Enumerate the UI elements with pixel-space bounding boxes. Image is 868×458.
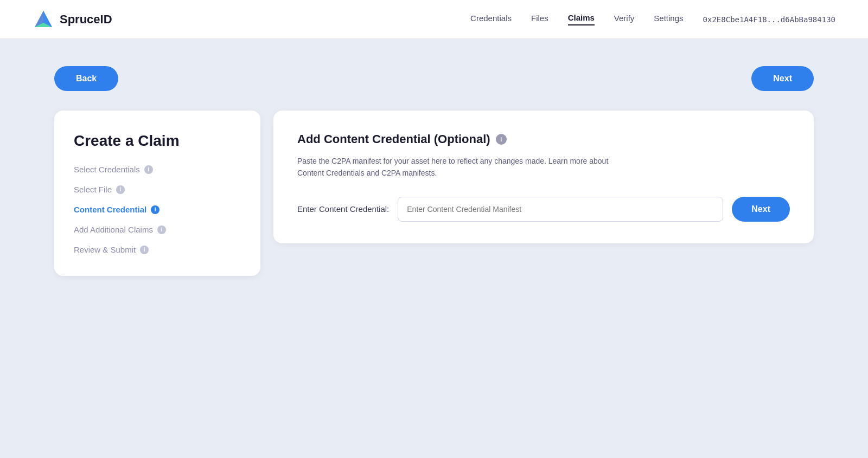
step-content-credential: Content Credential i <box>74 205 241 214</box>
step-label: Content Credential <box>74 205 146 214</box>
top-actions: Back Next <box>54 66 814 91</box>
nav-credentials[interactable]: Credentials <box>470 14 512 25</box>
info-icon-content-credential: i <box>151 205 159 214</box>
step-review-submit: Review & Submit i <box>74 245 241 254</box>
form-label: Enter Content Credential: <box>297 204 389 214</box>
main-nav: Credentials Files Claims Verify Settings… <box>470 13 835 25</box>
right-card-title-row: Add Content Credential (Optional) i <box>297 132 790 146</box>
info-icon-file: i <box>116 185 125 194</box>
logo: SpruceID <box>33 9 112 30</box>
right-card-title: Add Content Credential (Optional) <box>297 132 490 146</box>
info-icon-additional-claims: i <box>157 225 166 234</box>
step-label: Select File <box>74 185 112 194</box>
form-row: Enter Content Credential: Next <box>297 197 790 222</box>
logo-icon <box>33 9 54 30</box>
header: SpruceID Credentials Files Claims Verify… <box>0 0 868 39</box>
step-label: Select Credentials <box>74 165 140 174</box>
nav-files[interactable]: Files <box>531 14 548 25</box>
right-card: Add Content Credential (Optional) i Past… <box>273 111 814 243</box>
next-button-top[interactable]: Next <box>751 66 814 91</box>
step-add-additional-claims: Add Additional Claims i <box>74 225 241 234</box>
next-button-inline[interactable]: Next <box>732 197 790 222</box>
info-icon-review: i <box>140 246 149 254</box>
wallet-address: 0x2E8Cbe1A4F18...d6AbBa984130 <box>703 15 835 24</box>
step-list: Select Credentials i Select File i Conte… <box>74 165 241 254</box>
step-select-credentials: Select Credentials i <box>74 165 241 174</box>
step-label: Review & Submit <box>74 245 136 254</box>
cards-row: Create a Claim Select Credentials i Sele… <box>54 111 814 276</box>
nav-claims[interactable]: Claims <box>568 13 595 25</box>
back-button[interactable]: Back <box>54 66 118 91</box>
nav-settings[interactable]: Settings <box>654 14 683 25</box>
content-credential-input[interactable] <box>398 197 723 222</box>
left-card-title: Create a Claim <box>74 132 241 150</box>
left-card: Create a Claim Select Credentials i Sele… <box>54 111 260 276</box>
main-content: Back Next Create a Claim Select Credenti… <box>0 39 868 458</box>
right-card-description: Paste the C2PA manifest for your asset h… <box>297 155 634 179</box>
logo-text: SpruceID <box>60 12 112 27</box>
step-label: Add Additional Claims <box>74 225 153 234</box>
nav-verify[interactable]: Verify <box>614 14 635 25</box>
info-icon-title: i <box>496 134 507 145</box>
info-icon-credentials: i <box>144 165 153 174</box>
step-select-file: Select File i <box>74 185 241 194</box>
